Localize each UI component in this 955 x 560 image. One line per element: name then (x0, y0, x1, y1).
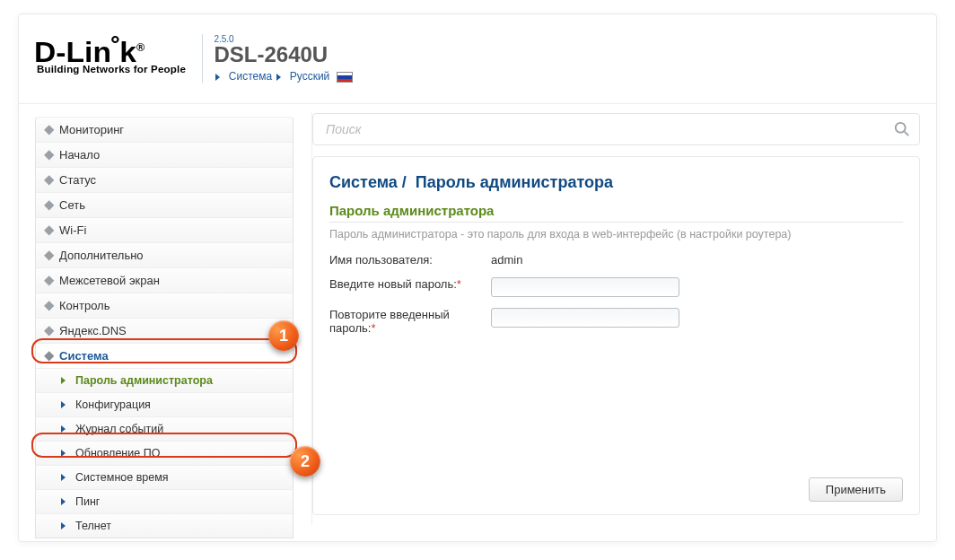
chevron-right-icon (61, 425, 66, 433)
subnav-item-event-log[interactable]: Журнал событий (35, 416, 294, 442)
chevron-right-icon (276, 74, 281, 81)
sidebar-item-wifi[interactable]: Wi-Fi (35, 217, 294, 243)
search-input[interactable] (324, 121, 879, 137)
app-shell: D-Link® Building Networks for People 2.5… (18, 13, 937, 542)
chevron-right-icon (61, 401, 66, 408)
subnav-item-label: Обновление ПО (75, 447, 160, 459)
subnav-item-firmware-update[interactable]: Обновление ПО (35, 441, 294, 466)
sidebar-item-label: Сеть (59, 198, 85, 212)
section-title: Пароль администратора (329, 203, 903, 223)
sidebar: Мониторинг Начало Статус Сеть Wi-Fi Допо… (35, 118, 294, 525)
sidebar-item-firewall[interactable]: Межсетевой экран (35, 267, 294, 293)
subnav-item-label: Пинг (75, 495, 100, 508)
sidebar-item-network[interactable]: Сеть (35, 192, 294, 218)
sidebar-item-label: Межсетевой экран (59, 274, 160, 287)
sidebar-item-status[interactable]: Статус (35, 167, 294, 193)
form-row-username: Имя пользователя: admin (329, 253, 903, 267)
model-name: DSL-2640U (214, 42, 352, 67)
required-mark: * (457, 277, 461, 291)
subnav-item-configuration[interactable]: Конфигурация (35, 392, 294, 417)
model-block: 2.5.0 DSL-2640U Система Русский (202, 34, 352, 83)
subnav-item-label: Системное время (75, 471, 169, 484)
main: Система / Пароль администратора Пароль а… (311, 113, 920, 525)
sidebar-item-control[interactable]: Контроль (35, 293, 294, 319)
sidebar-item-label: Яндекс.DNS (59, 324, 127, 337)
svg-point-0 (896, 123, 906, 133)
chevron-right-icon (61, 450, 66, 457)
brand-suffix: k (119, 36, 136, 68)
subnav-item-label: Журнал событий (75, 423, 163, 435)
chevron-right-icon (61, 498, 66, 505)
page-title: Система / Пароль администратора (329, 170, 903, 203)
username-label: Имя пользователя: (329, 253, 491, 267)
sidebar-item-monitoring[interactable]: Мониторинг (35, 117, 294, 143)
subnav-item-telnet[interactable]: Телнет (35, 513, 294, 538)
diamond-icon (44, 326, 54, 336)
subnav-item-ping[interactable]: Пинг (35, 489, 294, 514)
sidebar-item-label: Система (59, 349, 109, 363)
search-bar[interactable] (312, 113, 920, 145)
section-description: Пароль администратора - это пароль для в… (329, 228, 903, 241)
chevron-right-icon (61, 474, 66, 481)
breadcrumb-language[interactable]: Русский (290, 70, 330, 83)
sidebar-subnav: Пароль администратора Конфигурация Журна… (35, 368, 294, 538)
sidebar-item-label: Начало (59, 148, 100, 162)
subnav-item-label: Конфигурация (75, 398, 151, 411)
body: Мониторинг Начало Статус Сеть Wi-Fi Допо… (19, 104, 936, 541)
header: D-Link® Building Networks for People 2.5… (19, 14, 936, 104)
diamond-icon (44, 200, 54, 210)
page-title-page: Пароль администратора (416, 173, 613, 191)
apply-button[interactable]: Применить (809, 477, 903, 502)
diamond-icon (44, 175, 54, 185)
breadcrumb-system[interactable]: Система (229, 70, 272, 83)
brand-logo: D-Link® Building Networks for People (37, 34, 186, 74)
search-icon[interactable] (894, 121, 910, 137)
diamond-icon (44, 301, 54, 311)
diamond-icon (44, 225, 54, 235)
new-password-input[interactable] (491, 277, 679, 297)
sidebar-item-label: Статус (59, 173, 96, 187)
diamond-icon (44, 276, 54, 285)
page-title-sep: / (402, 173, 407, 191)
sidebar-item-label: Дополнительно (59, 249, 144, 262)
sidebar-item-start[interactable]: Начало (35, 142, 294, 168)
diamond-icon (44, 125, 54, 135)
registered-icon: ® (136, 41, 145, 54)
confirm-password-label-text: Повторите введенный пароль: (329, 308, 450, 335)
new-password-label-text: Введите новый пароль: (329, 277, 457, 291)
sidebar-item-label: Мониторинг (59, 123, 124, 136)
brand-text: D-Link® (34, 34, 145, 66)
sidebar-item-label: Wi-Fi (59, 223, 86, 237)
subnav-item-label: Пароль администратора (75, 374, 213, 387)
sidebar-item-yandexdns[interactable]: Яндекс.DNS (35, 318, 294, 344)
confirm-password-label: Повторите введенный пароль:* (329, 308, 491, 335)
form-row-new-password: Введите новый пароль:* (329, 277, 903, 297)
username-value: admin (491, 253, 522, 267)
content-panel: Система / Пароль администратора Пароль а… (312, 156, 920, 515)
chevron-right-icon (61, 522, 66, 529)
diamond-icon (44, 150, 54, 160)
confirm-password-input[interactable] (491, 308, 679, 328)
chevron-right-icon (215, 74, 220, 81)
breadcrumb: Система Русский (214, 70, 352, 83)
sidebar-item-label: Контроль (59, 299, 110, 312)
page-title-section: Система (329, 173, 398, 191)
subnav-item-label: Телнет (75, 520, 111, 532)
brand-prefix: D-Lin (34, 36, 111, 68)
russian-flag-icon (337, 72, 353, 83)
new-password-label: Введите новый пароль:* (329, 277, 491, 291)
subnav-item-system-time[interactable]: Системное время (35, 465, 294, 490)
sidebar-item-advanced[interactable]: Дополнительно (35, 242, 294, 268)
form-row-confirm-password: Повторите введенный пароль:* (329, 308, 903, 335)
brand-circle-icon (111, 36, 118, 43)
sidebar-item-system[interactable]: Система (35, 343, 294, 369)
svg-line-1 (905, 132, 909, 136)
diamond-open-icon (44, 351, 54, 361)
diamond-icon (44, 250, 54, 260)
subnav-item-admin-password[interactable]: Пароль администратора (35, 368, 294, 393)
chevron-right-icon (61, 377, 66, 384)
required-mark: * (371, 321, 375, 335)
